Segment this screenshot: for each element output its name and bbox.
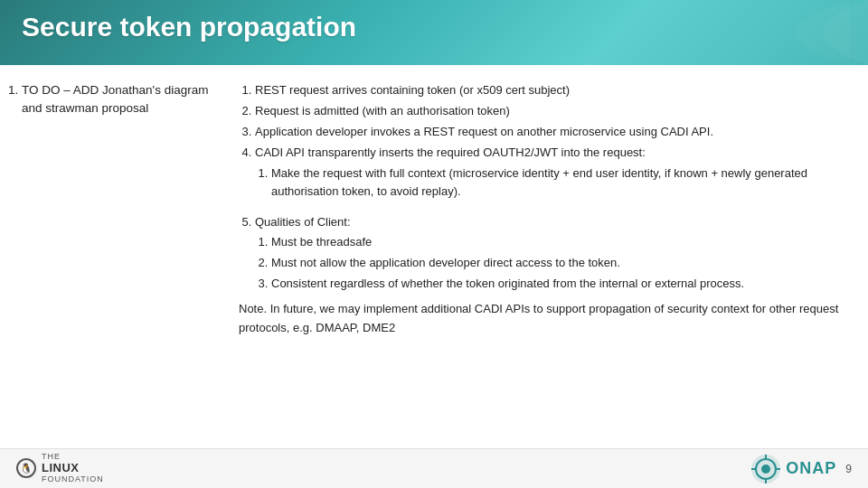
right-list-item-3: Application developer invokes a REST req… <box>255 123 846 141</box>
onap-logo-icon <box>750 453 782 485</box>
lf-linux: LINUX <box>42 462 104 474</box>
right-list-item-5: Qualities of Client: Must be threadsafe … <box>255 213 846 294</box>
right-list-item-5-2: Must not allow the application developer… <box>271 254 846 272</box>
slide: Secure token propagation TO DO – ADD Jon… <box>0 0 868 488</box>
note-text: Note. In future, we may implement additi… <box>239 300 846 336</box>
right-list-item-5-1: Must be threadsafe <box>271 233 846 251</box>
left-list-item-1: TO DO – ADD Jonathan's diagram and straw… <box>22 81 221 118</box>
linux-foundation-icon: 🐧 <box>16 458 36 478</box>
linux-foundation-logo: THE LINUX FOUNDATION <box>42 453 104 483</box>
onap-text: ONAP <box>786 459 836 478</box>
right-column: REST request arrives containing token (o… <box>239 81 846 443</box>
lf-foundation: FOUNDATION <box>42 475 104 484</box>
svg-point-2 <box>761 465 770 474</box>
right-list-item-2: Request is admitted (with an authorisati… <box>255 102 846 120</box>
section-5: Qualities of Client: Must be threadsafe … <box>239 213 846 337</box>
footer-right: ONAP 9 <box>750 453 852 485</box>
footer-left: 🐧 THE LINUX FOUNDATION <box>16 453 104 483</box>
right-list-item-1: REST request arrives containing token (o… <box>255 81 846 99</box>
page-number: 9 <box>845 463 852 475</box>
slide-header: Secure token propagation <box>0 0 868 65</box>
right-list-item-4-1: Make the request with full context (micr… <box>271 164 846 201</box>
onap-logo: ONAP <box>750 453 836 485</box>
right-list-item-4: CADI API transparently inserts the requi… <box>255 144 846 200</box>
right-list-item-5-3: Consistent regardless of whether the tok… <box>271 275 846 293</box>
slide-content: TO DO – ADD Jonathan's diagram and straw… <box>0 65 868 488</box>
left-column: TO DO – ADD Jonathan's diagram and straw… <box>22 81 221 443</box>
slide-footer: 🐧 THE LINUX FOUNDATION <box>0 448 868 488</box>
